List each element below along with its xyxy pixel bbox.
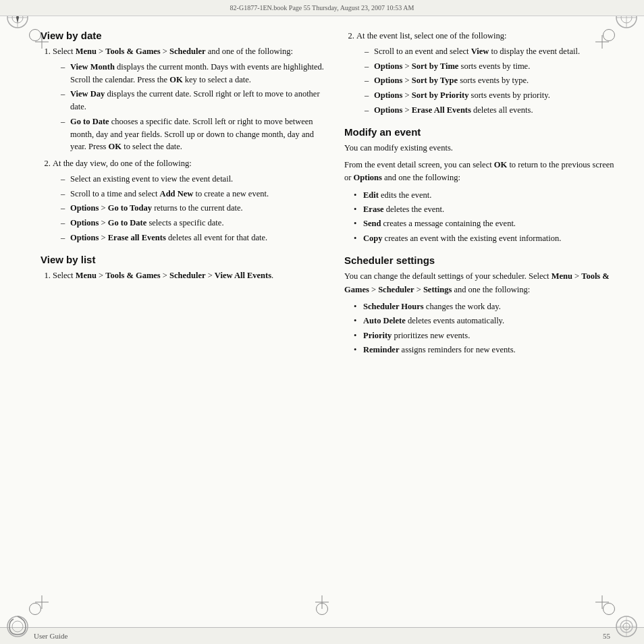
heading-modify-event: Modify an event xyxy=(344,126,614,138)
item2-intro: At the day view, do one of the following… xyxy=(53,159,192,168)
page: 82-G1877-1EN.book Page 55 Thursday, Augu… xyxy=(0,0,644,644)
reminder-item: Reminder assigns reminders for new event… xyxy=(354,344,614,356)
edit-item: Edit edits the event. xyxy=(354,189,614,202)
auto-delete-item: Auto Delete deletes events automatically… xyxy=(354,315,614,327)
modify-bullets: Edit edits the event. Erase deletes the … xyxy=(344,189,614,246)
view-day-item: View Day displays the current date. Scro… xyxy=(61,88,324,113)
right-column: At the event list, select one of the fol… xyxy=(344,30,614,620)
left-column: View by date Select Menu > Tools & Games… xyxy=(41,30,324,620)
view-by-date-item1: Select Menu > Tools & Games > Scheduler … xyxy=(53,45,324,153)
view-by-date-item2: At the day view, do one of the following… xyxy=(53,157,324,244)
modify-para2: From the event detail screen, you can se… xyxy=(344,159,614,185)
view-by-date-right-list: At the event list, select one of the fol… xyxy=(344,30,614,117)
priority-item: Priority prioritizes new events. xyxy=(354,329,614,342)
go-to-date2-item: Options > Go to Date selects a specific … xyxy=(61,217,324,230)
scheduler-bullets: Scheduler Hours changes the work day. Au… xyxy=(344,300,614,357)
view-by-date-list: Select Menu > Tools & Games > Scheduler … xyxy=(41,45,324,244)
copy-item: Copy creates an event with the existing … xyxy=(354,232,614,245)
send-item: Send creates a message containing the ev… xyxy=(354,217,614,230)
scroll-time-item: Scroll to a time and select Add New to c… xyxy=(61,188,324,200)
scheduler-hours-item: Scheduler Hours changes the work day. xyxy=(354,300,614,313)
heading-scheduler-settings: Scheduler settings xyxy=(344,254,614,266)
view-by-date-subitems: View Month displays the current month. D… xyxy=(53,61,324,153)
erase-item: Erase deletes the event. xyxy=(354,203,614,216)
event-list-intro: At the event list, select one of the fol… xyxy=(356,31,507,41)
view-by-list-item1: Select Menu > Tools & Games > Scheduler … xyxy=(53,269,324,282)
select-event-item: Select an existing event to view the eve… xyxy=(61,173,324,186)
sort-by-time-item: Options > Sort by Time sorts events by t… xyxy=(365,60,614,73)
footer-right: 55 xyxy=(603,632,610,640)
event-list-item: At the event list, select one of the fol… xyxy=(356,30,614,117)
go-to-date-item: Go to Date chooses a specific date. Scro… xyxy=(61,115,324,153)
sort-by-type-item: Options > Sort by Type sorts events by t… xyxy=(365,74,614,87)
sort-by-priority-item: Options > Sort by Priority sorts events … xyxy=(365,89,614,102)
go-to-today-item: Options > Go to Today returns to the cur… xyxy=(61,202,324,215)
view-month-item: View Month displays the current month. D… xyxy=(61,61,324,86)
footer-bar: User Guide 55 xyxy=(0,627,644,644)
erase-all-events-item: Options > Erase all Events deletes all e… xyxy=(61,232,324,244)
event-list-subitems: Scroll to an event and select View to di… xyxy=(356,45,614,117)
item1-intro: Select Menu > Tools & Games > Scheduler … xyxy=(53,47,293,56)
day-view-subitems: Select an existing event to view the eve… xyxy=(53,173,324,244)
scheduler-intro: You can change the default settings of y… xyxy=(344,270,614,296)
heading-view-by-date: View by date xyxy=(41,30,324,41)
heading-view-by-list: View by list xyxy=(41,254,324,265)
footer-left: User Guide xyxy=(34,632,68,640)
content-area: View by date Select Menu > Tools & Games… xyxy=(0,16,644,627)
erase-all-events-right-item: Options > Erase All Events deletes all e… xyxy=(365,104,614,117)
header-bar: 82-G1877-1EN.book Page 55 Thursday, Augu… xyxy=(0,0,644,16)
header-text: 82-G1877-1EN.book Page 55 Thursday, Augu… xyxy=(230,4,414,11)
modify-intro: You can modify existing events. xyxy=(344,142,614,155)
view-by-list-list: Select Menu > Tools & Games > Scheduler … xyxy=(41,269,324,282)
scroll-view-item: Scroll to an event and select View to di… xyxy=(365,45,614,58)
